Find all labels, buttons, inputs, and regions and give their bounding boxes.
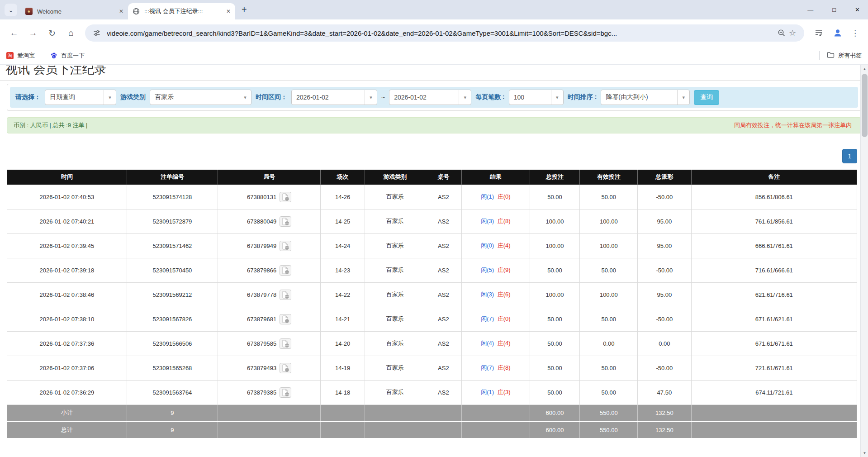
baidu-paw-icon: du	[50, 52, 57, 59]
result-banker: 庄(4)	[498, 242, 511, 249]
table-number: AS2	[425, 331, 462, 356]
media-controls-icon[interactable]	[813, 28, 824, 38]
profile-avatar[interactable]	[832, 28, 843, 38]
note: 856.61/806.61	[691, 185, 857, 209]
scroll-up-icon[interactable]: ▲	[861, 65, 868, 73]
zoom-out-icon[interactable]	[776, 28, 787, 38]
video-replay-icon[interactable]	[280, 387, 291, 398]
total-bet: 100.00	[530, 209, 580, 233]
video-replay-icon[interactable]	[280, 290, 291, 300]
chevron-down-icon[interactable]: ▾	[365, 90, 377, 105]
minimize-button[interactable]: —	[807, 6, 813, 13]
valid-bet: 100.00	[580, 233, 638, 258]
chevron-down-icon[interactable]: ▾	[677, 90, 689, 105]
pagination-top: 1	[0, 149, 857, 163]
result-banker: 庄(8)	[498, 364, 511, 371]
bookmark-star-icon[interactable]: ☆	[787, 28, 798, 38]
total-payout: 132.50	[638, 421, 691, 438]
all-bookmarks-label: 所有书签	[838, 52, 862, 60]
column-header: 桌号	[425, 170, 462, 185]
round-cell: 673880131	[218, 185, 320, 209]
url-text: videoie.com/game/betrecord_search/kind3?…	[107, 29, 772, 37]
session: 14-20	[321, 331, 365, 356]
search-button[interactable]: 查询	[694, 90, 719, 105]
chevron-down-icon[interactable]: ▾	[239, 90, 251, 105]
reload-button[interactable]: ↻	[44, 25, 60, 41]
total-bet: 100.00	[530, 233, 580, 258]
result-banker: 庄(8)	[498, 218, 511, 224]
table-number: AS2	[425, 233, 462, 258]
bookmark-item-taobao[interactable]: 淘 爱淘宝	[6, 52, 35, 60]
round-cell: 673879778	[218, 282, 320, 307]
bookmark-label: 百度一下	[61, 52, 85, 60]
game-type: 百家乐	[365, 258, 425, 282]
chevron-down-icon[interactable]: ▾	[104, 90, 116, 105]
game-type: 百家乐	[365, 209, 425, 233]
bet-record-row: 2026-01-02 07:39:18 523091570450 6738798…	[7, 258, 857, 282]
currency-summary: 币别 : 人民币 | 总共 :9 注单 |	[14, 121, 88, 129]
page-content: 视讯 会员下注纪录 请选择： 日期查询 ▾ 游戏类别 百家乐 ▾ 时间区间： 2…	[0, 66, 868, 438]
date-range-tilde: ~	[381, 94, 385, 101]
sort-order-select[interactable]: 降幂(由大到小) ▾	[601, 90, 690, 105]
date-start-select[interactable]: 2026-01-02 ▾	[291, 90, 377, 105]
page-scrollbar[interactable]: ▲ ▼	[860, 65, 868, 457]
date-end-select[interactable]: 2026-01-02 ▾	[389, 90, 471, 105]
scroll-down-icon[interactable]: ▼	[861, 449, 868, 457]
payout-value: -50.00	[638, 258, 691, 282]
note: 671.61/621.61	[691, 307, 857, 331]
query-mode-select[interactable]: 日期查询 ▾	[45, 90, 116, 105]
table-number: AS2	[425, 307, 462, 331]
video-replay-icon[interactable]	[280, 192, 291, 202]
column-header: 时间	[7, 170, 127, 185]
url-bar[interactable]: videoie.com/game/betrecord_search/kind3?…	[85, 24, 804, 42]
payout-value: -50.00	[638, 307, 691, 331]
column-header: 场次	[321, 170, 365, 185]
close-icon[interactable]: ✕	[119, 8, 123, 14]
note: 716.61/666.61	[691, 258, 857, 282]
home-button[interactable]: ⌂	[63, 25, 79, 41]
video-replay-icon[interactable]	[280, 363, 291, 373]
result-cell: 闲(0) 庄(4)	[462, 233, 530, 258]
result-banker: 庄(3)	[498, 389, 511, 395]
tab-welcome[interactable]: ♠ Welcome ✕	[21, 3, 128, 19]
taobao-icon: 淘	[6, 52, 14, 59]
site-settings-icon[interactable]	[91, 28, 102, 38]
game-type-select[interactable]: 百家乐 ▾	[150, 90, 251, 105]
bookmark-item-baidu[interactable]: du 百度一下	[50, 52, 85, 60]
video-replay-icon[interactable]	[280, 314, 291, 324]
scrollbar-thumb[interactable]	[862, 74, 868, 137]
close-icon[interactable]: ✕	[226, 8, 231, 14]
video-replay-icon[interactable]	[280, 338, 291, 349]
video-replay-icon[interactable]	[280, 241, 291, 251]
round-id: 673880131	[247, 194, 276, 200]
back-button[interactable]: ←	[6, 25, 22, 41]
result-cell: 闲(5) 庄(9)	[462, 258, 530, 282]
round-id: 673879585	[247, 340, 276, 347]
result-banker: 庄(4)	[498, 340, 511, 347]
video-replay-icon[interactable]	[280, 265, 291, 276]
column-header: 备注	[691, 170, 857, 185]
chevron-down-icon[interactable]: ▾	[551, 90, 563, 105]
bet-record-row: 2026-01-02 07:38:10 523091567826 6738796…	[7, 307, 857, 331]
maximize-button[interactable]: □	[832, 6, 836, 13]
all-bookmarks-button[interactable]: 所有书签	[827, 51, 862, 60]
video-replay-icon[interactable]	[280, 216, 291, 227]
chevron-down-icon[interactable]: ▾	[459, 90, 471, 105]
result-banker: 庄(6)	[498, 291, 511, 298]
tab-search-button[interactable]: ⌄	[5, 4, 17, 16]
browser-menu-icon[interactable]: ⋮	[851, 29, 859, 38]
bookmark-label: 爱淘宝	[17, 52, 35, 60]
round-cell: 673879681	[218, 307, 320, 331]
forward-button[interactable]: →	[25, 25, 41, 41]
bet-id: 523091565268	[127, 356, 218, 380]
round-cell: 673879585	[218, 331, 320, 356]
chevron-down-icon: ⌄	[8, 6, 14, 14]
column-header: 总投注	[530, 170, 580, 185]
column-header: 有效投注	[580, 170, 638, 185]
page-number-button[interactable]: 1	[842, 149, 857, 163]
page-size-select[interactable]: 100 ▾	[509, 90, 564, 105]
close-window-button[interactable]: ✕	[855, 6, 860, 13]
total-total-bet: 600.00	[530, 421, 580, 438]
tab-betrecord[interactable]: :::视讯 会员下注纪录::: ✕	[128, 3, 235, 19]
new-tab-button[interactable]: +	[242, 5, 247, 15]
